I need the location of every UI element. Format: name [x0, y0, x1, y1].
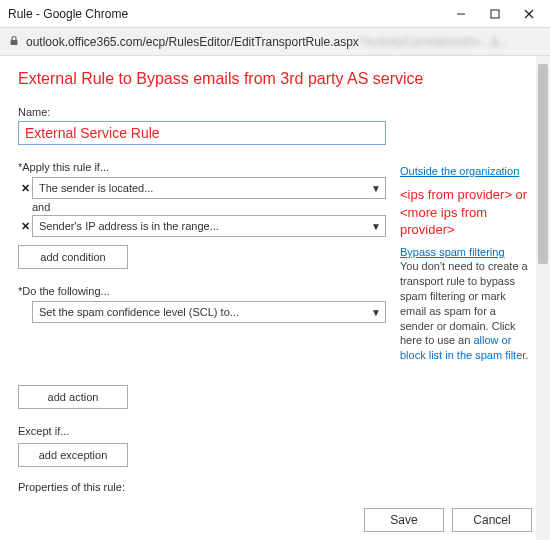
- remove-condition-icon[interactable]: ✕: [18, 220, 32, 233]
- properties-label: Properties of this rule:: [18, 481, 386, 493]
- and-label: and: [32, 201, 386, 213]
- ips-annotation: <ips from provider> or <more ips from pr…: [400, 186, 532, 239]
- url-text: outlook.office365.com/ecp/RulesEditor/Ed…: [26, 35, 542, 49]
- action-dropdown-1[interactable]: Set the spam confidence level (SCL) to..…: [32, 301, 386, 323]
- name-label: Name:: [18, 106, 386, 118]
- rule-name-input[interactable]: [18, 121, 386, 145]
- window-title: Rule - Google Chrome: [8, 7, 444, 21]
- chevron-down-icon: ▼: [371, 221, 381, 232]
- scrollbar[interactable]: [536, 56, 550, 540]
- apply-if-label: *Apply this rule if...: [18, 161, 386, 173]
- condition-dropdown-1[interactable]: The sender is located... ▼: [32, 177, 386, 199]
- chevron-down-icon: ▼: [371, 183, 381, 194]
- svg-rect-1: [491, 10, 499, 18]
- maximize-button[interactable]: [478, 3, 512, 25]
- condition-2-text: Sender's IP address is in the range...: [39, 220, 371, 232]
- minimize-button[interactable]: [444, 3, 478, 25]
- save-button[interactable]: Save: [364, 508, 444, 532]
- window-titlebar: Rule - Google Chrome: [0, 0, 550, 28]
- scrollbar-thumb[interactable]: [538, 64, 548, 264]
- condition-dropdown-2[interactable]: Sender's IP address is in the range... ▼: [32, 215, 386, 237]
- outside-org-link[interactable]: Outside the organization: [400, 164, 532, 178]
- bypass-help-text: You don't need to create a transport rul…: [400, 259, 532, 363]
- remove-condition-icon[interactable]: ✕: [18, 182, 32, 195]
- page-heading: External Rule to Bypass emails from 3rd …: [18, 70, 532, 88]
- add-exception-button[interactable]: add exception: [18, 443, 128, 467]
- action-1-text: Set the spam confidence level (SCL) to..…: [39, 306, 371, 318]
- add-action-button[interactable]: add action: [18, 385, 128, 409]
- lock-icon: [8, 35, 20, 49]
- cancel-button[interactable]: Cancel: [452, 508, 532, 532]
- add-condition-button[interactable]: add condition: [18, 245, 128, 269]
- close-window-button[interactable]: [512, 3, 546, 25]
- except-if-label: Except if...: [18, 425, 386, 437]
- svg-rect-4: [11, 40, 18, 45]
- chevron-down-icon: ▼: [371, 307, 381, 318]
- do-following-label: *Do the following...: [18, 285, 386, 297]
- bypass-spam-link[interactable]: Bypass spam filtering: [400, 245, 532, 259]
- address-bar[interactable]: outlook.office365.com/ecp/RulesEditor/Ed…: [0, 28, 550, 56]
- condition-1-text: The sender is located...: [39, 182, 371, 194]
- rule-editor-pane: External Rule to Bypass emails from 3rd …: [0, 56, 550, 540]
